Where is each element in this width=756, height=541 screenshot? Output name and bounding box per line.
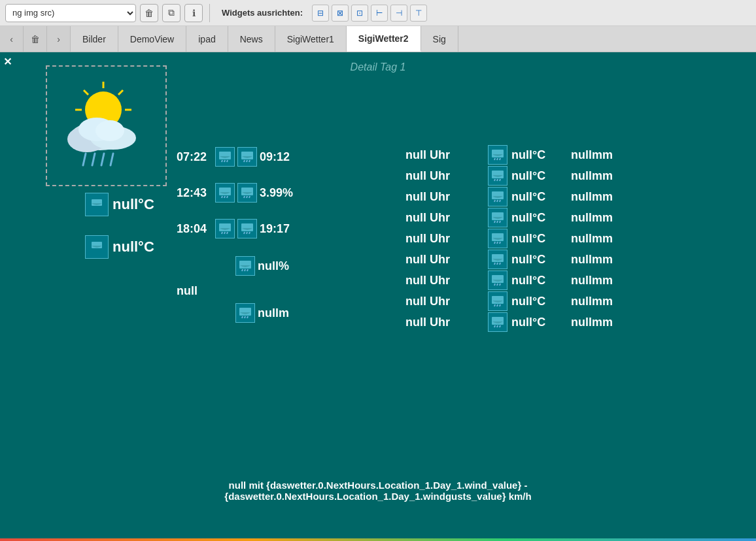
tab-bilder[interactable]: Bilder (71, 26, 118, 52)
svg-rect-36 (219, 223, 231, 231)
svg-rect-76 (492, 275, 504, 283)
right-row-0-icon (488, 145, 507, 165)
svg-line-86 (497, 325, 498, 327)
align-icons-group: ⊟ ⊠ ⊡ ⊢ ⊣ ⊤ (312, 5, 427, 22)
tab-news[interactable]: News (228, 26, 275, 52)
svg-line-61 (494, 200, 495, 202)
svg-line-15 (92, 154, 95, 165)
align-left-icon[interactable]: ⊟ (312, 5, 329, 22)
align-right-icon[interactable]: ⊣ (390, 5, 407, 22)
temp1-widget: null°C (85, 193, 154, 216)
svg-rect-28 (219, 188, 231, 195)
right-row-8-deg: null°C (511, 316, 567, 329)
svg-line-65 (494, 221, 495, 223)
right-row-2: null Uhrnull°Cnullmm (405, 187, 613, 206)
right-row-7-uhr: null Uhr (405, 295, 484, 308)
tab-prev-btn[interactable]: ‹ (0, 26, 24, 52)
wind-line1: null mit {daswetter.0.NextHours.Location… (224, 480, 531, 491)
right-row-4-deg: null°C (511, 232, 567, 246)
svg-line-21 (222, 160, 222, 162)
svg-line-79 (500, 284, 500, 286)
svg-line-42 (247, 232, 247, 234)
svg-line-45 (242, 269, 243, 271)
right-row-1-icon (488, 166, 507, 186)
tab-sigiwetter1[interactable]: SigiWetter1 (275, 26, 347, 52)
null-percent-icon (235, 256, 255, 276)
right-row-4-icon (488, 229, 507, 248)
svg-line-69 (494, 242, 495, 244)
svg-line-22 (224, 160, 225, 162)
svg-line-81 (494, 304, 495, 306)
right-row-1-deg: null°C (511, 169, 567, 183)
time1-icon2 (237, 147, 257, 167)
time1-icon1 (215, 147, 235, 167)
temp2-widget: null°C (85, 235, 154, 259)
trash-btn[interactable]: 🗑 (140, 4, 158, 22)
svg-rect-32 (241, 188, 253, 195)
svg-line-53 (494, 158, 495, 160)
svg-line-17 (111, 154, 113, 165)
svg-line-27 (249, 160, 250, 162)
right-row-8-uhr: null Uhr (405, 316, 484, 329)
svg-line-33 (244, 196, 245, 198)
svg-line-54 (497, 158, 498, 160)
svg-line-43 (249, 232, 250, 234)
align-center-icon[interactable]: ⊠ (332, 5, 349, 22)
copy-btn[interactable]: ⧉ (162, 4, 180, 22)
svg-line-31 (227, 196, 228, 198)
right-row-3-mm: nullmm (571, 211, 613, 225)
right-row-7: null Uhrnull°Cnullmm (405, 291, 613, 311)
svg-line-71 (500, 242, 500, 244)
svg-line-87 (500, 325, 500, 327)
tab-sig[interactable]: Sig (421, 26, 458, 52)
close-x-btn[interactable]: ✕ (3, 56, 12, 68)
svg-line-38 (224, 232, 225, 234)
right-row-8-mm: nullmm (571, 316, 613, 329)
null-text: null (177, 284, 198, 298)
time-row-1: 07:22 09:12 (177, 147, 296, 167)
right-row-3-icon (488, 208, 507, 227)
right-row-3-deg: null°C (511, 211, 567, 225)
svg-rect-44 (239, 261, 251, 269)
time2-icon1 (215, 183, 235, 203)
align-middle-icon[interactable]: ⊢ (371, 5, 388, 22)
svg-line-70 (497, 242, 498, 244)
svg-rect-48 (239, 308, 251, 316)
tab-next-btn[interactable]: › (47, 26, 71, 52)
svg-line-66 (497, 221, 498, 223)
svg-line-46 (245, 269, 245, 271)
svg-line-49 (242, 316, 243, 318)
svg-line-29 (222, 196, 222, 198)
right-row-1: null Uhrnull°Cnullmm (405, 166, 613, 186)
divider (209, 4, 210, 22)
tabbar: ‹ 🗑 › Bilder DemoView ipad News SigiWett… (0, 26, 756, 52)
align-top-icon[interactable]: ⊡ (351, 5, 368, 22)
svg-line-75 (500, 263, 500, 265)
svg-line-74 (497, 263, 498, 265)
type-select[interactable]: ng img src) (5, 4, 136, 22)
svg-line-77 (494, 284, 495, 286)
wind-line2: {daswetter.0.NextHours.Location_1.Day_1.… (224, 491, 531, 502)
svg-line-30 (224, 196, 225, 198)
svg-rect-56 (492, 171, 504, 178)
tab-ipad[interactable]: ipad (186, 26, 228, 52)
svg-line-34 (247, 196, 247, 198)
align-distribute-icon[interactable]: ⊤ (410, 5, 427, 22)
tab-sigiwetter2[interactable]: SigiWetter2 (347, 26, 421, 52)
svg-line-73 (494, 263, 495, 265)
temp1-value: null°C (112, 196, 154, 213)
right-row-4: null Uhrnull°Cnullmm (405, 229, 613, 248)
right-row-0: null Uhrnull°Cnullmm (405, 145, 613, 165)
svg-rect-20 (219, 152, 231, 159)
null-percent-row: null% (235, 256, 294, 276)
info-btn[interactable]: ℹ (184, 4, 203, 22)
temp1-icon (85, 193, 109, 216)
tab-trash-btn[interactable]: 🗑 (24, 26, 47, 52)
tab-demoview[interactable]: DemoView (118, 26, 186, 52)
weather-image-box (46, 65, 167, 186)
null-m-icon (235, 303, 255, 323)
right-row-0-mm: nullmm (571, 148, 613, 162)
svg-line-67 (500, 221, 500, 223)
svg-rect-72 (492, 254, 504, 262)
toolbar: ng img src) 🗑 ⧉ ℹ Widgets ausrichten: ⊟ … (0, 0, 756, 26)
